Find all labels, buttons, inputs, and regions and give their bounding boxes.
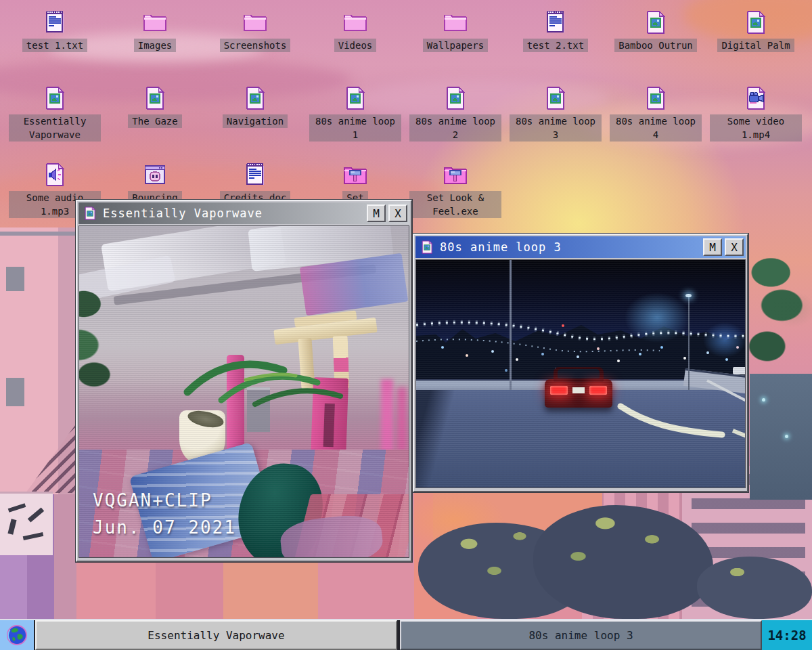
desktop-icon-80s-anime-loop-1[interactable]: 80s anime loop 1: [305, 85, 405, 142]
taillight-right: [589, 386, 607, 395]
desktop-icon-bamboo-outrun[interactable]: Bamboo Outrun: [606, 9, 706, 52]
desktop-icon-80s-anime-loop-3[interactable]: 80s anime loop 3: [505, 85, 606, 142]
icon-label: test 1.txt: [22, 39, 87, 52]
desktop-icon-bouncing[interactable]: Bouncing: [105, 162, 205, 204]
far-car-shape: [733, 367, 746, 374]
desktop-icon-test-1-txt[interactable]: test 1.txt: [5, 9, 105, 52]
text-file-icon: [543, 9, 568, 35]
start-button[interactable]: [0, 620, 34, 650]
icon-label: Some video 1.mp4: [710, 114, 802, 142]
desktop-icon-images[interactable]: Images: [105, 9, 205, 52]
anime-video-frame: [415, 259, 746, 488]
icon-label: test 2.txt: [523, 39, 588, 52]
audio-file-icon: [42, 162, 68, 188]
image-file-icon: [42, 85, 68, 111]
window-title: Essentially Vaporwave: [103, 207, 364, 220]
art-shape: [78, 279, 127, 393]
close-button[interactable]: X: [725, 238, 744, 256]
desktop-icon-navigation[interactable]: Navigation: [205, 85, 305, 128]
palm-fronds-shape: [181, 345, 357, 420]
window-title: 80s anime loop 3: [440, 240, 700, 254]
desktop-icon-set[interactable]: Set: [305, 162, 405, 204]
artwork-caption: VQGAN+CLIP Jun. 07 2021: [93, 487, 236, 541]
bg-palm-tree: [742, 248, 812, 385]
bg-left-building: [0, 228, 76, 494]
sign-stroke: [23, 532, 44, 540]
sign-stroke: [8, 503, 26, 513]
desktop-icon-essentially-vaporwave[interactable]: Essentially Vaporwave: [5, 85, 105, 142]
folder-icon: [242, 9, 268, 35]
close-button[interactable]: X: [388, 204, 407, 222]
image-file-icon: [743, 9, 769, 35]
bg-light-dot: [785, 435, 788, 438]
icon-label: Images: [134, 39, 177, 52]
taskbar: Essentially Vaporwave 80s anime loop 3 1…: [0, 619, 812, 650]
desktop-icon-80s-anime-loop-2[interactable]: 80s anime loop 2: [405, 85, 505, 142]
folder-icon: [142, 9, 168, 35]
desktop-icon-screenshots[interactable]: Screenshots: [205, 9, 305, 52]
icon-label: Set Look & Feel.exe: [409, 191, 501, 218]
titlebar[interactable]: Essentially Vaporwave M X: [78, 202, 409, 224]
image-file-icon: [543, 85, 568, 111]
car-window: [558, 369, 600, 378]
icon-label: 80s anime loop 4: [610, 114, 702, 142]
taskbar-item-80s-anime-loop-3[interactable]: 80s anime loop 3: [400, 620, 762, 650]
taskbar-item-essentially-vaporwave[interactable]: Essentially Vaporwave: [35, 620, 397, 650]
desktop-icon-credits-doc[interactable]: Credits.doc: [205, 162, 305, 204]
caption-line-1: VQGAN+CLIP: [93, 487, 236, 514]
desktop-icon-videos[interactable]: Videos: [305, 9, 405, 52]
desktop-icon-set-look-and-feel-exe[interactable]: Set Look & Feel.exe: [405, 162, 505, 218]
sign-stroke: [7, 519, 16, 534]
icon-label: Screenshots: [220, 39, 291, 52]
bg-stairs: [26, 422, 77, 493]
icon-label: Digital Palm: [717, 39, 794, 52]
image-file-icon: [83, 206, 97, 221]
caption-line-2: Jun. 07 2021: [93, 514, 236, 541]
icon-label: The Gaze: [128, 114, 181, 128]
desktop-icon-the-gaze[interactable]: The Gaze: [105, 85, 205, 128]
exe-folder-icon: [443, 162, 468, 188]
icon-label: 80s anime loop 2: [409, 114, 501, 142]
video-file-icon: [743, 85, 769, 111]
image-file-icon: [342, 85, 368, 111]
desktop-icon-digital-palm[interactable]: Digital Palm: [706, 9, 806, 52]
bg-japanese-sign: [0, 492, 53, 555]
bg-light-dot: [762, 398, 765, 402]
taillight-left: [550, 386, 568, 395]
desktop-icon-wallpapers[interactable]: Wallpapers: [405, 9, 505, 52]
icon-label: Wallpapers: [423, 39, 488, 52]
exe-folder-icon: [342, 162, 368, 188]
image-file-icon: [643, 9, 669, 35]
text-file-icon: [42, 9, 68, 35]
image-file-icon: [643, 85, 669, 111]
streetlight-shape: [688, 295, 690, 390]
folder-icon: [443, 9, 468, 35]
sign-stroke: [28, 507, 44, 522]
desktop-screen: test 1.txt Images Screenshots Videos Wal…: [0, 0, 812, 650]
minimize-button[interactable]: M: [367, 204, 386, 222]
license-plate: [572, 387, 585, 393]
window-80s-anime-loop-3: 80s anime loop 3 M X: [413, 234, 748, 492]
taskbar-clock: 14:28: [762, 620, 812, 650]
icon-label: Bamboo Outrun: [614, 39, 697, 52]
icon-label: Videos: [334, 39, 377, 52]
image-file-icon: [242, 85, 268, 111]
pole-shape: [510, 260, 512, 390]
car-shape: [545, 367, 612, 408]
folder-icon: [342, 9, 368, 35]
minimize-button[interactable]: M: [703, 238, 722, 256]
image-file-icon: [443, 85, 468, 111]
window-essentially-vaporwave: Essentially Vaporwave M X: [76, 200, 412, 562]
text-file-icon: [242, 162, 268, 188]
icon-label: Navigation: [223, 114, 288, 128]
icon-label: 80s anime loop 1: [309, 114, 401, 142]
desktop-icon-test-2-txt[interactable]: test 2.txt: [505, 9, 606, 52]
titlebar[interactable]: 80s anime loop 3 M X: [415, 236, 746, 258]
image-file-icon: [420, 240, 434, 255]
desktop-icon-some-video-1-mp4[interactable]: Some video 1.mp4: [706, 85, 806, 142]
desktop-icon-80s-anime-loop-4[interactable]: 80s anime loop 4: [606, 85, 706, 142]
icon-label: 80s anime loop 3: [510, 114, 602, 142]
art-shape: [381, 379, 393, 452]
app-window-icon: [142, 162, 168, 188]
icon-label: Essentially Vaporwave: [9, 114, 101, 142]
